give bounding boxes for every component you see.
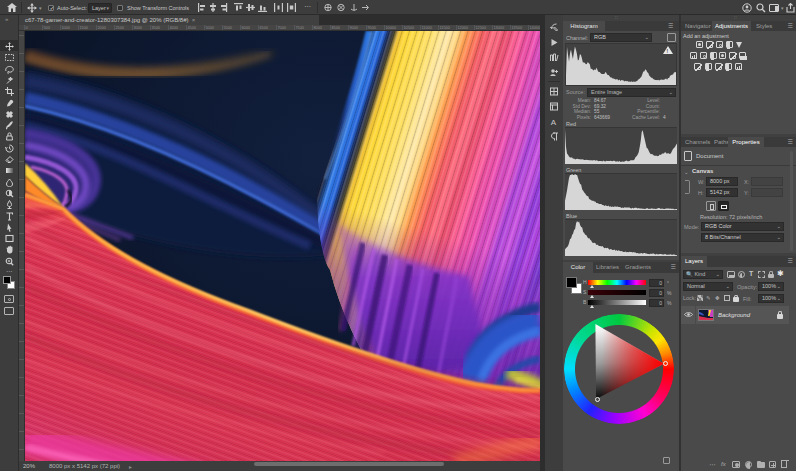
svg-text:A: A (551, 118, 557, 127)
